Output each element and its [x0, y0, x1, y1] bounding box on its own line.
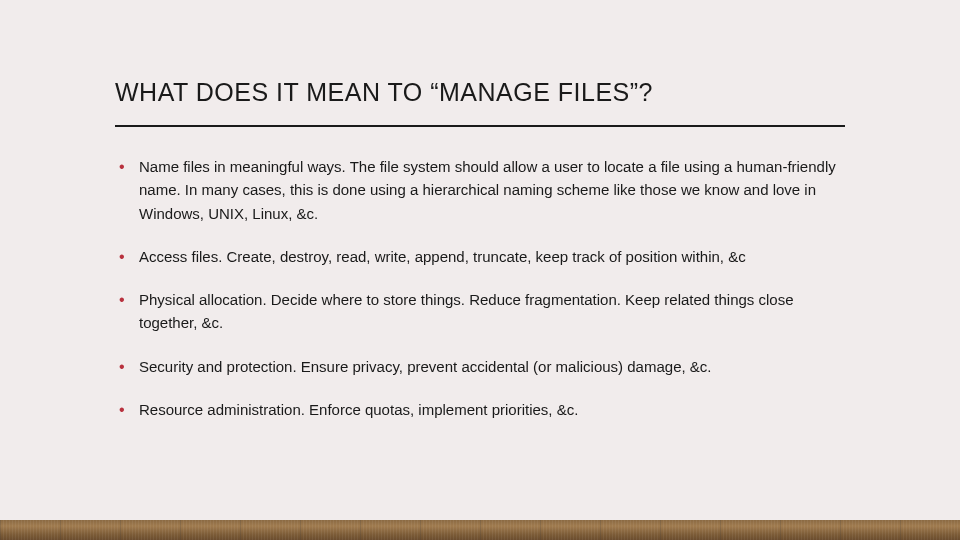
list-item: Security and protection. Ensure privacy,… [115, 355, 845, 378]
list-item: Access files. Create, destroy, read, wri… [115, 245, 845, 268]
slide-content: WHAT DOES IT MEAN TO “MANAGE FILES”? Nam… [0, 0, 960, 421]
bottom-wood-border [0, 520, 960, 540]
list-item: Name files in meaningful ways. The file … [115, 155, 845, 225]
slide-title: WHAT DOES IT MEAN TO “MANAGE FILES”? [115, 78, 845, 107]
list-item: Physical allocation. Decide where to sto… [115, 288, 845, 335]
list-item: Resource administration. Enforce quotas,… [115, 398, 845, 421]
title-underline [115, 125, 845, 127]
bullet-list: Name files in meaningful ways. The file … [115, 155, 845, 421]
